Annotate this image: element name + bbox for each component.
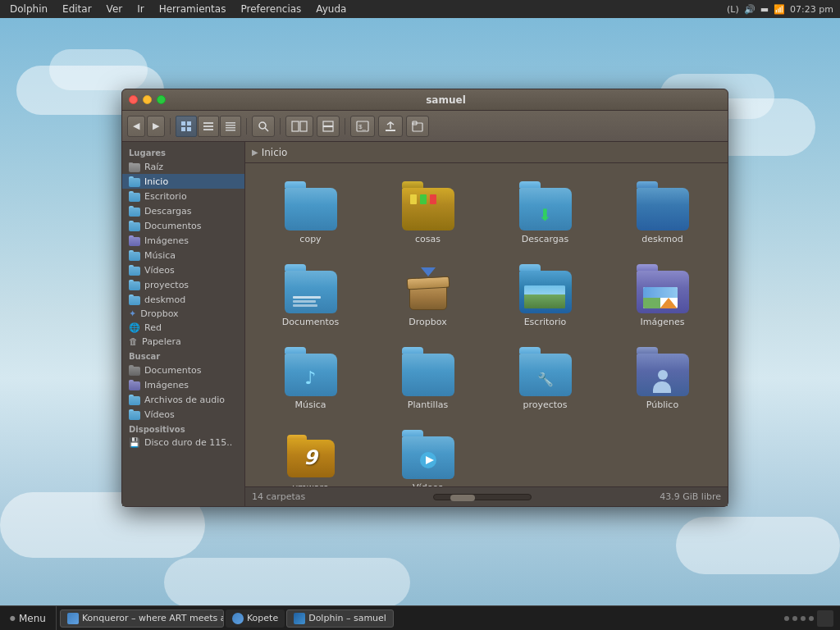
konqueror-icon <box>67 613 79 624</box>
sidebar-device-hdd[interactable]: 💾 Disco duro de 115.. <box>122 436 244 450</box>
musica-file-label: Música <box>294 399 326 410</box>
folder-up-button[interactable] <box>378 116 403 137</box>
svg-rect-14 <box>300 121 307 131</box>
split-v-button[interactable] <box>317 116 340 137</box>
sidebar-item-inicio[interactable]: Inicio <box>122 174 244 189</box>
sidebar-item-documentos[interactable]: Documentos <box>122 218 244 233</box>
sidebar-item-descargas[interactable]: Descargas <box>122 203 244 218</box>
clock: 07:23 pm <box>790 4 833 15</box>
svg-rect-1 <box>187 121 191 126</box>
taskbar-right <box>784 610 840 627</box>
file-descargas[interactable]: ⬇ Descargas <box>488 171 602 251</box>
file-documentos[interactable]: Documentos <box>253 254 368 334</box>
menu-editar[interactable]: Editar <box>56 2 98 16</box>
cloud-6 <box>676 517 840 574</box>
dropbox-icon <box>402 261 454 313</box>
menu-button[interactable]: Menu <box>0 606 57 630</box>
file-imagenes[interactable]: Imágenes <box>605 254 719 334</box>
file-vmware[interactable]: 9 vmware <box>253 420 368 486</box>
menu-ayuda[interactable]: Ayuda <box>309 2 353 16</box>
window-toolbar: ◀ ▶ $_ <box>122 111 728 142</box>
scrollbar[interactable] <box>433 494 532 500</box>
forward-button[interactable]: ▶ <box>147 116 165 137</box>
sidebar-item-dropbox[interactable]: ✦ Dropbox <box>122 307 244 321</box>
sidebar-item-imagenes[interactable]: Imágenes <box>122 233 244 248</box>
taskbar-konqueror[interactable]: Konqueror – where ART meets applic... <box>60 609 224 628</box>
sidebar-item-proyectos[interactable]: proyectos <box>122 277 244 292</box>
menu-dolphin[interactable]: Dolphin <box>3 2 54 16</box>
top-menu-bar: Dolphin Editar Ver Ir Herramientas Prefe… <box>0 0 840 18</box>
konqueror-label: Konqueror – where ART meets applic... <box>82 613 224 623</box>
search-docs-label: Documentos <box>144 365 201 376</box>
svg-rect-15 <box>323 121 333 126</box>
kopete-label: Kopete <box>247 613 278 623</box>
publico-icon <box>637 344 689 396</box>
search-audio-icon <box>129 394 140 405</box>
file-cosas[interactable]: cosas <box>371 171 485 251</box>
close-button[interactable] <box>129 95 138 104</box>
breadcrumb-arrow: ▶ <box>252 148 258 157</box>
menu-ver[interactable]: Ver <box>100 2 130 16</box>
taskbar-dolphin[interactable]: Dolphin – samuel <box>286 609 394 628</box>
menu-ir[interactable]: Ir <box>130 2 150 16</box>
svg-rect-3 <box>187 127 191 131</box>
sidebar-search-imagenes[interactable]: Imágenes <box>122 377 244 392</box>
documentos-icon <box>285 261 337 313</box>
minimize-button[interactable] <box>143 95 152 104</box>
plantillas-file-label: Plantillas <box>408 399 448 410</box>
volume-icon[interactable]: 🔊 <box>744 4 756 15</box>
inicio-icon <box>129 176 140 187</box>
new-tab-button[interactable] <box>406 116 429 137</box>
sidebar-search-documentos[interactable]: Documentos <box>122 363 244 377</box>
menu-preferencias[interactable]: Preferencias <box>234 2 308 16</box>
svg-rect-7 <box>226 122 235 124</box>
file-publico[interactable]: Público <box>605 337 719 417</box>
network-sidebar-icon: 🌐 <box>129 322 140 333</box>
open-terminal-button[interactable]: $_ <box>350 116 375 137</box>
sidebar-item-musica[interactable]: Música <box>122 248 244 262</box>
menu-herramientas[interactable]: Herramientas <box>153 2 233 16</box>
red-label: Red <box>144 322 162 333</box>
svg-text:$_: $_ <box>358 123 366 130</box>
sidebar-item-red[interactable]: 🌐 Red <box>122 321 244 335</box>
file-videos[interactable]: Vídeos <box>371 420 485 486</box>
descargas-file-label: Descargas <box>522 234 569 244</box>
file-copy[interactable]: copy <box>253 171 368 251</box>
view-detail-button[interactable] <box>220 116 241 137</box>
escritorio-icon <box>129 190 140 202</box>
search-button[interactable] <box>252 116 275 137</box>
taskbar-end-icon[interactable] <box>817 610 833 627</box>
kopete-icon <box>232 613 244 624</box>
maximize-button[interactable] <box>157 95 166 104</box>
menu-label: Menu <box>19 613 46 624</box>
sidebar-item-deskmod[interactable]: deskmod <box>122 292 244 307</box>
file-deskmod[interactable]: deskmod <box>605 171 719 251</box>
view-icons-button[interactable] <box>176 116 197 137</box>
proyectos-label: proyectos <box>144 280 189 290</box>
search-videos-label: Vídeos <box>144 409 175 420</box>
file-proyectos[interactable]: 🔧 proyectos <box>488 337 602 417</box>
file-dropbox[interactable]: Dropbox <box>371 254 485 334</box>
file-plantillas[interactable]: Plantillas <box>371 337 485 417</box>
sidebar-item-papelera[interactable]: 🗑 Papelera <box>122 335 244 349</box>
search-audio-label: Archivos de audio <box>144 395 225 405</box>
sidebar-search-audio[interactable]: Archivos de audio <box>122 392 244 407</box>
file-area: ▶ Inicio copy <box>245 142 728 506</box>
imagenes-label: Imágenes <box>144 235 189 246</box>
sidebar-item-videos[interactable]: Vídeos <box>122 262 244 277</box>
file-musica[interactable]: ♪ Música <box>253 337 368 417</box>
sidebar-item-escritorio[interactable]: Escritorio <box>122 189 244 203</box>
taskbar-dot-1 <box>784 616 789 621</box>
split-h-button[interactable] <box>285 116 313 137</box>
publico-file-label: Público <box>646 399 678 410</box>
file-escritorio[interactable]: Escritorio <box>488 254 602 334</box>
descargas-sidebar-icon <box>129 205 140 217</box>
window-titlebar: samuel <box>122 89 728 111</box>
sidebar-item-raiz[interactable]: Raíz <box>122 159 244 174</box>
view-list-button[interactable] <box>198 116 219 137</box>
escritorio-icon <box>519 261 572 313</box>
sidebar-search-videos[interactable]: Vídeos <box>122 407 244 422</box>
taskbar-kopete[interactable]: Kopete <box>226 609 285 628</box>
back-button[interactable]: ◀ <box>127 116 145 137</box>
search-header: Buscar <box>122 349 244 363</box>
